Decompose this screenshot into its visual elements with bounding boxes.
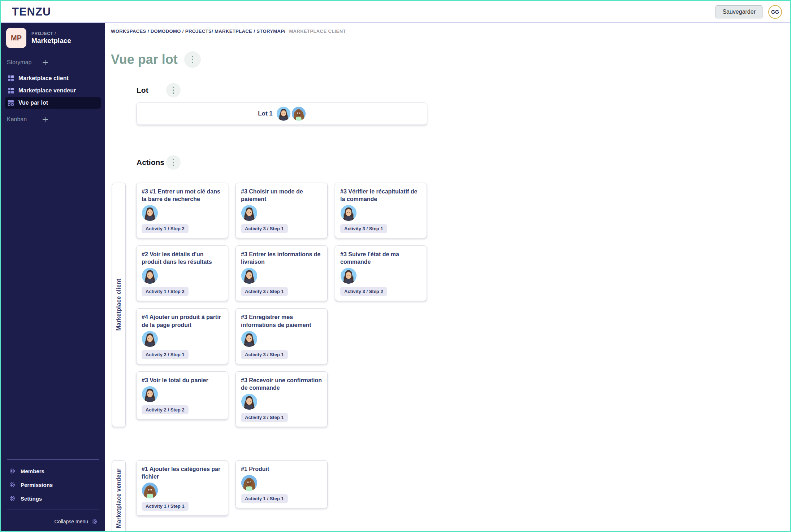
sidebar-item-vue-par-lot[interactable]: Vue par lot	[5, 97, 101, 109]
lot-name: Lot 1	[258, 110, 273, 117]
plus-icon	[42, 116, 49, 123]
client-avatar	[142, 267, 158, 284]
client-card-grid: #3 #1 Entrer un mot clé dans la barre de…	[136, 183, 427, 427]
group-handle-vendor[interactable]: Marketplace vendeur	[112, 460, 126, 531]
page-title-kebab-menu-icon[interactable]	[184, 51, 201, 68]
story-card-title: #3 Enregistrer mes informations de paiem…	[241, 313, 322, 328]
client-avatar	[241, 205, 258, 221]
story-card[interactable]: #3 Voir le total du panier Activity 2 / …	[136, 371, 228, 419]
sidebar-divider	[7, 510, 99, 510]
add-kanban-button[interactable]	[42, 116, 49, 123]
story-card-title: #3 Vérifier le récapitulatif de la comma…	[340, 188, 422, 203]
activity-step-badge: Activity 2 / Step 2	[142, 405, 189, 414]
project-switcher[interactable]: MP PROJECT / Marketplace	[6, 28, 100, 48]
vendor-avatar	[241, 475, 258, 491]
story-card[interactable]: #3 Recevoir une confirmation de commande…	[235, 371, 328, 427]
actions-section-header: Actions	[137, 155, 790, 170]
story-card[interactable]: #3 Enregistrer mes informations de paiem…	[235, 308, 328, 364]
lot-kebab-menu-icon[interactable]	[166, 83, 181, 97]
storymap-section-label: Storymap	[7, 59, 42, 66]
storymap-nav: Marketplace client Marketplace vendeur V…	[1, 72, 105, 109]
sidebar-item-label: Marketplace client	[18, 75, 69, 82]
story-card-title: #1 Ajouter les catégories par fichier	[142, 465, 223, 480]
activity-step-badge: Activity 3 / Step 1	[340, 224, 387, 233]
user-avatar[interactable]: GG	[768, 5, 782, 19]
group-label: Marketplace client	[116, 279, 122, 331]
breadcrumb: WORKSPACES / DOMODOMO / PROJECTS/ MARKET…	[111, 29, 790, 34]
vendor-card-grid: #1 Ajouter les catégories par fichier Ac…	[136, 460, 427, 531]
sidebar-item-marketplace-vendeur[interactable]: Marketplace vendeur	[5, 85, 101, 96]
group-handle-client[interactable]: Marketplace client	[112, 183, 126, 427]
client-avatar	[142, 386, 158, 402]
sidebar-spacer	[1, 125, 105, 455]
gear-icon	[91, 518, 98, 525]
activity-step-badge: Activity 1 / Step 1	[142, 502, 189, 511]
gear-icon	[8, 481, 16, 489]
plus-icon	[42, 59, 49, 66]
client-avatar	[276, 106, 291, 121]
sidebar-item-members[interactable]: Members	[1, 464, 105, 478]
story-card[interactable]: #4 Ajouter un produit à partir de la pag…	[136, 308, 228, 364]
story-card-title: #4 Ajouter un produit à partir de la pag…	[142, 313, 223, 328]
breadcrumb-trail-link[interactable]: WORKSPACES / DOMODOMO / PROJECTS/ MARKET…	[111, 29, 285, 34]
gear-icon	[8, 494, 16, 502]
activity-step-badge: Activity 1 / Step 2	[142, 287, 189, 296]
sidebar-item-label: Members	[21, 468, 44, 474]
story-card[interactable]: #2 Voir les détails d'un produit dans le…	[136, 245, 228, 301]
storymap-group-client: Marketplace client #3 #1 Entrer un mot c…	[112, 183, 790, 427]
sidebar-item-marketplace-client[interactable]: Marketplace client	[5, 73, 101, 84]
lot-card[interactable]: Lot 1	[137, 103, 427, 125]
main-content: WORKSPACES / DOMODOMO / PROJECTS/ MARKET…	[105, 23, 790, 531]
sidebar-divider	[7, 459, 99, 460]
story-card[interactable]: #3 Choisir un mode de paiement Activity …	[235, 183, 328, 238]
story-card-title: #3 Suivre l'état de ma commande	[340, 250, 422, 266]
collapse-menu-button[interactable]: Collapse menu	[1, 514, 105, 527]
sidebar-item-label: Permissions	[21, 482, 53, 488]
story-card-title: #3 Voir le total du panier	[142, 376, 223, 384]
add-storymap-button[interactable]	[42, 59, 49, 66]
kanban-section-header: Kanban	[7, 116, 99, 123]
story-card[interactable]: #3 Vérifier le récapitulatif de la comma…	[335, 183, 427, 238]
save-button[interactable]: Sauvegarder	[716, 5, 762, 18]
sidebar-item-label: Settings	[21, 496, 42, 502]
activity-step-badge: Activity 3 / Step 2	[340, 287, 387, 296]
story-card-title: #3 Choisir un mode de paiement	[241, 188, 322, 203]
app-window: TENZU Sauvegarder GG MP PROJECT / Market…	[0, 0, 791, 532]
collapse-menu-label: Collapse menu	[55, 519, 88, 524]
actions-kebab-menu-icon[interactable]	[166, 155, 181, 170]
sidebar-item-settings[interactable]: Settings	[1, 492, 105, 505]
row-layout-icon	[8, 100, 14, 106]
project-meta: PROJECT / Marketplace	[31, 31, 71, 45]
story-card[interactable]: #3 Entrer les informations de livraison …	[235, 245, 328, 301]
tenzu-logo[interactable]: TENZU	[12, 5, 51, 18]
client-avatar	[241, 267, 258, 284]
actions-section-label: Actions	[137, 158, 166, 167]
storymap-group-vendor: Marketplace vendeur #1 Ajouter les catég…	[112, 460, 790, 531]
sidebar-item-label: Vue par lot	[18, 100, 48, 106]
activity-step-badge: Activity 1 / Step 2	[142, 224, 189, 233]
story-card[interactable]: #1 Produit Activity 1 / Step 1	[235, 460, 328, 508]
client-avatar	[142, 205, 158, 221]
lot-section-label: Lot	[137, 86, 166, 95]
story-card[interactable]: #1 Ajouter les catégories par fichier Ac…	[136, 460, 228, 516]
client-avatar	[241, 393, 258, 410]
activity-step-badge: Activity 1 / Step 1	[241, 494, 288, 503]
activity-step-badge: Activity 3 / Step 1	[241, 413, 288, 422]
project-avatar: MP	[6, 28, 26, 48]
page-title: Vue par lot	[111, 52, 178, 67]
vendor-avatar	[142, 482, 158, 499]
story-card[interactable]: #3 Suivre l'état de ma commande Activity…	[335, 245, 427, 301]
client-avatar	[340, 267, 357, 284]
activity-step-badge: Activity 3 / Step 1	[241, 350, 288, 359]
vendor-avatar	[291, 106, 306, 121]
story-card[interactable]: #3 #1 Entrer un mot clé dans la barre de…	[136, 183, 228, 238]
sidebar-item-permissions[interactable]: Permissions	[1, 478, 105, 492]
story-card-title: #3 Entrer les informations de livraison	[241, 250, 322, 266]
topbar: TENZU Sauvegarder GG	[1, 1, 790, 23]
activity-step-badge: Activity 2 / Step 1	[142, 350, 189, 359]
group-label: Marketplace vendeur	[116, 468, 122, 528]
story-card-title: #3 #1 Entrer un mot clé dans la barre de…	[142, 188, 223, 203]
client-avatar	[142, 331, 158, 347]
gear-icon	[8, 467, 16, 475]
topbar-actions: Sauvegarder GG	[716, 5, 782, 19]
